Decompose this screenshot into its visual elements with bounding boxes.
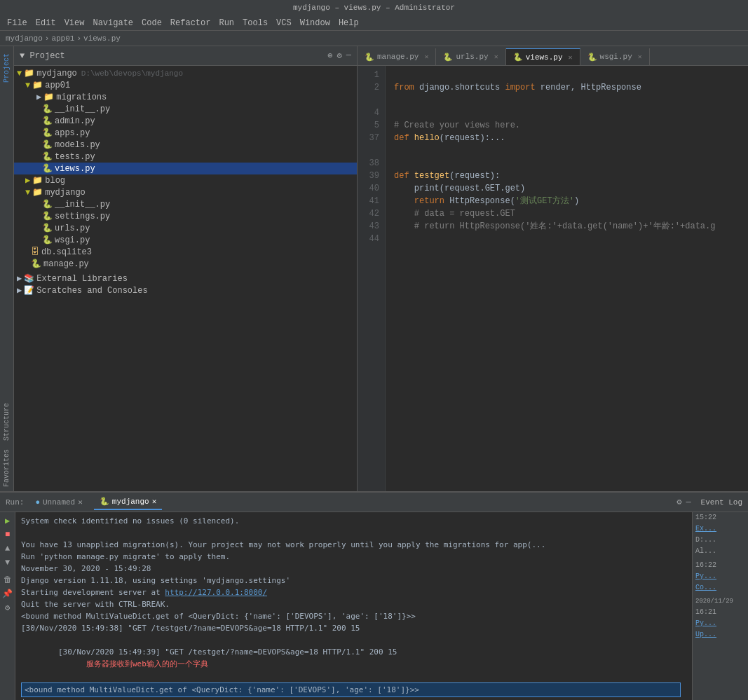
run-hide-icon[interactable]: — (686, 497, 691, 507)
scratches-label: Scratches and Consoles (36, 286, 147, 296)
close-manage-tab[interactable]: ✕ (424, 53, 428, 61)
console-line: System check identified no issues (0 sil… (21, 515, 686, 527)
tree-wsgi[interactable]: 🐍 wsgi.py (14, 234, 357, 246)
py-file-icon: 🐍 (42, 116, 53, 126)
run-controls: ▶ ■ ▲ ▼ 🗑 📌 ⚙ (0, 512, 15, 700)
event-log-link[interactable]: Ex... (695, 525, 716, 533)
settings-button[interactable]: ⚙ (2, 602, 13, 613)
menu-item-run[interactable]: Run (215, 17, 238, 29)
project-tab[interactable]: Project (1, 49, 12, 87)
run-settings-icon[interactable]: ⚙ (676, 497, 681, 507)
event-log-link-2[interactable]: Py... (695, 572, 716, 580)
close-urls-tab[interactable]: ✕ (494, 53, 498, 61)
event-log-date: 2020/11/29 (693, 596, 748, 607)
scroll-down-button[interactable]: ▼ (2, 557, 13, 568)
tree-apps[interactable]: 🐍 apps.py (14, 127, 357, 139)
tree-root[interactable]: ▼ 📁 mydjango D:\web\devops\mydjango (14, 67, 357, 79)
title-bar: mydjango – views.py – Administrator (0, 0, 748, 15)
run-tab-unnamed-icon: ● (35, 498, 40, 507)
console-line: Django version 1.11.18, using settings '… (21, 575, 686, 586)
hide-icon[interactable]: — (346, 50, 351, 61)
folder-expand-icon: ▼ (25, 81, 30, 90)
menu-item-help[interactable]: Help (334, 17, 363, 29)
tab-icon-views: 🐍 (513, 53, 523, 62)
menu-item-vcs[interactable]: VCS (272, 17, 296, 29)
editor-area: 🐍 manage.py ✕ 🐍 urls.py ✕ 🐍 views.py ✕ 🐍… (358, 46, 748, 491)
menu-item-file[interactable]: File (3, 17, 32, 29)
close-mydjango-tab[interactable]: ✕ (152, 497, 157, 506)
event-log-link-4[interactable]: Py... (695, 619, 716, 627)
menu-item-code[interactable]: Code (137, 17, 166, 29)
settings-icon[interactable]: ⚙ (337, 50, 342, 61)
breadcrumb-part-1[interactable]: mydjango (6, 34, 43, 43)
tree-scratches[interactable]: ▶ 📝 Scratches and Consoles (14, 284, 357, 296)
menu-item-window[interactable]: Window (296, 17, 334, 29)
tab-wsgi[interactable]: 🐍 wsgi.py ✕ (580, 48, 650, 65)
run-tab-mydjango[interactable]: 🐍 mydjango ✕ (94, 495, 162, 510)
tree-models[interactable]: 🐍 models.py (14, 139, 357, 151)
line-numbers: 1 2 4 5 37 38 39 40 41 42 43 44 (358, 66, 386, 491)
tree-init-app01[interactable]: 🐍 __init__.py (14, 103, 357, 115)
clear-button[interactable]: 🗑 (2, 574, 13, 585)
menu-item-edit[interactable]: Edit (32, 17, 60, 29)
favorites-tab[interactable]: Favorites (1, 445, 12, 491)
dev-server-link[interactable]: http://127.0.0.1:8000/ (165, 588, 267, 597)
breadcrumb-part-3[interactable]: views.py (83, 34, 121, 43)
tab-manage[interactable]: 🐍 manage.py ✕ (358, 48, 436, 65)
folder-collapsed-icon: ▶ (25, 175, 30, 186)
folder-icon-blog: 📁 (32, 175, 43, 186)
run-tab-unnamed[interactable]: ● Unnamed ✕ (29, 495, 88, 510)
stop-button[interactable]: ■ (2, 529, 13, 540)
tree-settings[interactable]: 🐍 settings.py (14, 210, 357, 222)
breadcrumb-part-2[interactable]: app01 (51, 34, 74, 43)
event-log-entry-3: Al... (693, 546, 748, 557)
close-unnamed-tab[interactable]: ✕ (78, 497, 83, 507)
scope-icon[interactable]: ⊕ (327, 50, 332, 61)
panel-title: ▼ Project (20, 51, 65, 61)
menu-item-tools[interactable]: Tools (238, 17, 272, 29)
console-output[interactable]: System check identified no issues (0 sil… (15, 512, 692, 700)
console-highlighted-line: <bound method MultiValueDict.get of <Que… (21, 682, 681, 697)
console-line: You have 13 unapplied migration(s). Your… (21, 539, 686, 551)
code-editor[interactable]: 1 2 4 5 37 38 39 40 41 42 43 44 from dja… (358, 66, 748, 491)
tree-manage[interactable]: 🐍 manage.py (14, 258, 357, 270)
rerun-button[interactable]: ▶ (2, 515, 13, 526)
folder-icon: ▼ (17, 69, 22, 78)
scroll-up-button[interactable]: ▲ (2, 543, 13, 554)
external-libraries-label: External Libraries (36, 274, 128, 284)
console-line: November 30, 2020 - 15:49:28 (21, 563, 686, 575)
tree-blog[interactable]: ▶ 📁 blog (14, 174, 357, 186)
tree-urls[interactable]: 🐍 urls.py (14, 222, 357, 234)
run-tab-bar: Run: ● Unnamed ✕ 🐍 mydjango ✕ ⚙ — Event … (0, 493, 748, 512)
menu-item-navigate[interactable]: Navigate (88, 17, 137, 29)
library-collapsed-icon: ▶ (17, 273, 22, 284)
event-log-entry-2: D:... (693, 535, 748, 546)
menu-item-view[interactable]: View (60, 17, 89, 29)
event-log-link-5[interactable]: Up... (695, 631, 716, 638)
tree-tests[interactable]: 🐍 tests.py (14, 151, 357, 163)
menu-item-refactor[interactable]: Refactor (166, 17, 215, 29)
folder-icon-migrations: 📁 (43, 92, 54, 102)
tree-admin[interactable]: 🐍 admin.py (14, 115, 357, 127)
tab-views[interactable]: 🐍 views.py ✕ (506, 48, 580, 65)
pin-button[interactable]: 📌 (2, 588, 13, 599)
root-path: D:\web\devops\mydjango (81, 69, 183, 78)
close-wsgi-tab[interactable]: ✕ (638, 53, 642, 61)
tree-mydjango-folder[interactable]: ▼ 📁 mydjango (14, 186, 357, 198)
tree-db[interactable]: 🗄 db.sqlite3 (14, 246, 357, 258)
tree-app01[interactable]: ▼ 📁 app01 (14, 79, 357, 91)
close-views-tab[interactable]: ✕ (569, 53, 573, 62)
tab-urls[interactable]: 🐍 urls.py ✕ (436, 48, 505, 65)
tree-views[interactable]: 🐍 views.py (14, 163, 357, 174)
console-line: <bound method MultiValueDict.get of <Que… (21, 610, 686, 622)
tab-bar: 🐍 manage.py ✕ 🐍 urls.py ✕ 🐍 views.py ✕ 🐍… (358, 46, 748, 66)
tree-init-mydjango[interactable]: 🐍 __init__.py (14, 198, 357, 210)
event-log-link-3[interactable]: Co... (695, 584, 716, 591)
event-log-entry-1: Ex... (693, 523, 748, 535)
bottom-panel: Run: ● Unnamed ✕ 🐍 mydjango ✕ ⚙ — Event … (0, 491, 748, 700)
tree-external-libraries[interactable]: ▶ 📚 External Libraries (14, 273, 357, 284)
folder-icon-app01: 📁 (32, 80, 43, 90)
structure-tab[interactable]: Structure (1, 399, 12, 445)
tree-migrations[interactable]: ▶ 📁 migrations (14, 91, 357, 103)
tab-icon-wsgi: 🐍 (587, 53, 597, 62)
